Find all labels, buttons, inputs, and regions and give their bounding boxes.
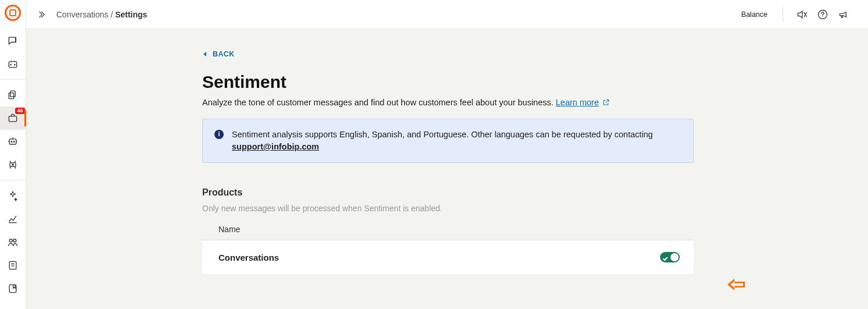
svg-rect-4	[10, 91, 15, 97]
check-icon	[662, 254, 668, 260]
nav-item-copy[interactable]	[0, 83, 26, 106]
nav-badge: 46	[15, 108, 24, 114]
svg-point-11	[9, 239, 12, 242]
page-title: Sentiment	[202, 72, 694, 92]
svg-point-1	[15, 40, 16, 40]
balance-label[interactable]: Balance	[741, 10, 767, 19]
product-name: Conversations	[218, 253, 279, 262]
svg-point-2	[15, 41, 16, 41]
breadcrumb-parent[interactable]: Conversations	[56, 10, 109, 19]
callout-arrow-icon	[727, 278, 745, 294]
learn-more-link[interactable]: Learn more	[556, 98, 610, 107]
breadcrumb-current: Settings	[115, 10, 147, 19]
back-button[interactable]: BACK	[202, 50, 235, 58]
column-header-name: Name	[202, 220, 694, 240]
nav-item-analytics[interactable]	[0, 207, 26, 230]
info-icon: i	[214, 130, 224, 139]
svg-rect-7	[9, 139, 16, 144]
page-subtitle: Analyze the tone of customer messages an…	[202, 98, 694, 107]
announce-icon[interactable]	[835, 6, 852, 23]
nav-item-book[interactable]	[0, 254, 26, 277]
expand-sidebar-button[interactable]	[34, 8, 48, 22]
nav-item-briefcase[interactable]: 46	[0, 106, 26, 130]
support-email-link[interactable]: support@infobip.com	[232, 142, 319, 151]
brand-logo[interactable]	[5, 5, 21, 21]
help-icon[interactable]	[815, 6, 831, 23]
svg-rect-13	[9, 261, 16, 269]
info-banner: i Sentiment analysis supports English, S…	[202, 119, 694, 163]
left-nav-rail: 46	[0, 0, 26, 309]
nav-item-code[interactable]	[0, 52, 26, 76]
nav-item-chat[interactable]	[0, 29, 26, 52]
svg-point-9	[13, 141, 15, 143]
nav-item-spark[interactable]	[0, 184, 26, 207]
svg-point-12	[13, 239, 16, 242]
mute-icon[interactable]	[794, 6, 810, 23]
svg-rect-6	[9, 116, 16, 122]
product-row: Conversations	[202, 240, 694, 274]
products-heading: Products	[202, 187, 694, 198]
nav-item-bookmark[interactable]	[0, 277, 26, 300]
breadcrumb: Conversations / Settings	[56, 10, 147, 19]
products-subheading: Only new messages will be processed when…	[202, 204, 694, 213]
svg-point-0	[15, 38, 16, 38]
svg-point-8	[11, 141, 12, 143]
external-link-icon	[602, 98, 610, 106]
top-bar: Conversations / Settings Balance	[26, 0, 868, 29]
back-label: BACK	[213, 50, 235, 58]
nav-item-people[interactable]	[0, 230, 26, 254]
separator	[783, 7, 783, 22]
nav-item-hash[interactable]	[0, 153, 26, 176]
enable-toggle[interactable]	[660, 252, 680, 262]
main-panel: BACK Sentiment Analyze the tone of custo…	[26, 29, 868, 309]
svg-rect-5	[9, 93, 13, 99]
nav-item-bot[interactable]	[0, 130, 26, 153]
